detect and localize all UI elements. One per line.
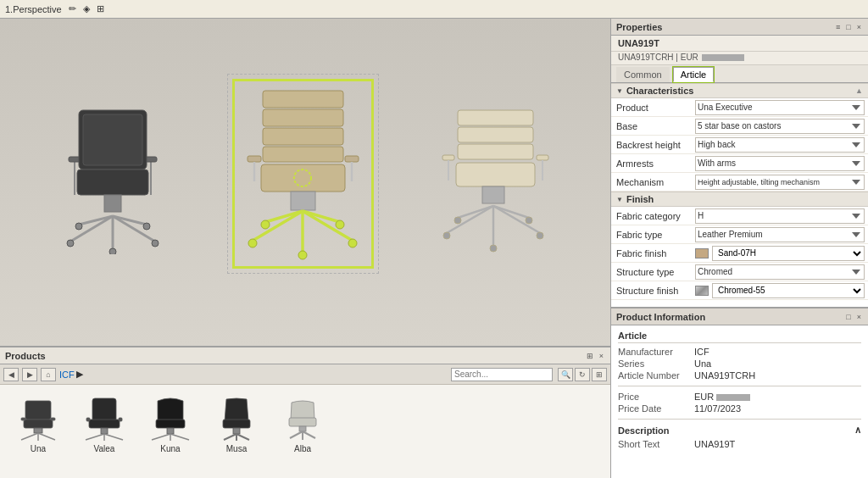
description-label: Description xyxy=(618,425,670,436)
svg-point-51 xyxy=(537,232,543,239)
svg-rect-66 xyxy=(119,418,122,421)
product-select[interactable]: Una Executive xyxy=(695,100,865,115)
svg-rect-3 xyxy=(83,114,142,165)
prop-row-base: Base 5 star base on castors xyxy=(611,117,868,136)
product-item-musa[interactable]: Musa xyxy=(207,392,266,453)
info-row-price: Price EUR xyxy=(618,392,861,402)
base-select[interactable]: 5 star base on castors xyxy=(695,119,865,134)
fabric-finish-select[interactable]: Sand-07H xyxy=(712,246,865,261)
svg-rect-19 xyxy=(263,91,343,108)
svg-rect-44 xyxy=(482,186,504,203)
tab-article[interactable]: Article xyxy=(673,67,715,82)
prop-label-backrest: Backrest height xyxy=(611,140,692,150)
svg-line-46 xyxy=(493,206,540,233)
info-label-manufacturer: Manufacturer xyxy=(618,347,694,357)
svg-point-50 xyxy=(443,232,450,239)
product-item-valea[interactable]: Valea xyxy=(75,392,134,453)
prop-value-fabric-type[interactable]: Leather Premium xyxy=(692,227,868,242)
prop-row-backrest: Backrest height High back xyxy=(611,136,868,154)
products-refresh-btn[interactable]: ↻ xyxy=(575,368,590,381)
prop-value-mechanism[interactable]: Height adjustable, tilting mechanism xyxy=(692,175,868,190)
armrests-select[interactable]: With arms xyxy=(695,156,865,171)
nav-back-btn[interactable]: ◀ xyxy=(3,368,19,381)
svg-rect-71 xyxy=(156,420,185,428)
prop-value-fabric-finish[interactable]: Sand-07H xyxy=(692,246,868,261)
breadcrumb-item[interactable]: ICF xyxy=(59,370,75,380)
properties-pin-btn[interactable]: □ xyxy=(844,23,852,31)
musa-thumbnail xyxy=(211,394,262,441)
backrest-select[interactable]: High back xyxy=(695,137,865,153)
products-grid-btn[interactable]: ⊞ xyxy=(592,368,607,381)
selected-chair-wrapper xyxy=(232,79,374,269)
svg-line-60 xyxy=(21,433,38,440)
chair-left[interactable] xyxy=(53,93,172,254)
products-panel: Products ⊞ × ◀ ▶ ⌂ ICF ▶ 🔍 ↻ ⊞ xyxy=(0,347,610,478)
description-collapse-icon[interactable]: ∧ xyxy=(854,425,861,436)
fabric-category-select[interactable]: H xyxy=(695,208,865,224)
viewport-topbar: 1.Perspective ✏ ◈ ⊞ xyxy=(0,0,868,19)
prop-value-product[interactable]: Una Executive xyxy=(692,100,868,115)
tab-common[interactable]: Common xyxy=(616,67,670,82)
chair-right[interactable] xyxy=(434,89,557,258)
prop-value-base[interactable]: 5 star base on castors xyxy=(692,119,868,134)
chair-right-svg xyxy=(434,89,557,258)
svg-rect-40 xyxy=(458,110,533,125)
viewport-content xyxy=(0,19,610,329)
info-value-article-number: UNA919TCRH xyxy=(694,370,755,381)
prop-value-armrests[interactable]: With arms xyxy=(692,156,868,171)
prop-row-fabric-finish: Fabric finish Sand-07H xyxy=(611,244,868,263)
nav-home-btn[interactable]: ⌂ xyxy=(41,368,56,381)
mechanism-select[interactable]: Height adjustable, tilting mechanism xyxy=(695,175,865,190)
svg-rect-82 xyxy=(299,426,306,431)
prop-label-product: Product xyxy=(611,103,692,113)
prop-label-armrests: Armrests xyxy=(611,158,692,169)
product-info-titlebar: Product Information □ × xyxy=(611,308,868,325)
product-item-alba[interactable]: Alba xyxy=(273,392,332,453)
model-sub-text: UNA919TCRH | EUR xyxy=(618,53,698,62)
info-label-article-number: Article Number xyxy=(618,370,694,381)
products-close-btn[interactable]: × xyxy=(598,352,605,360)
svg-rect-65 xyxy=(86,418,90,421)
svg-line-78 xyxy=(224,434,236,440)
products-pin-btn[interactable]: ⊞ xyxy=(585,352,595,360)
product-item-kuna[interactable]: Kuna xyxy=(141,392,200,453)
product-info-close-btn[interactable]: × xyxy=(855,313,863,321)
viewport-3d[interactable] xyxy=(0,19,610,347)
svg-point-31 xyxy=(348,239,357,247)
products-search-input[interactable] xyxy=(451,368,553,381)
prop-value-structure-finish[interactable]: Chromed-55 xyxy=(692,283,868,298)
prop-value-structure-type[interactable]: Chromed xyxy=(692,264,868,280)
chair-center-container[interactable] xyxy=(227,74,379,274)
prop-row-product: Product Una Executive xyxy=(611,98,868,117)
structure-finish-select[interactable]: Chromed-55 xyxy=(712,283,865,298)
svg-rect-5 xyxy=(104,195,121,212)
svg-point-32 xyxy=(298,251,307,259)
product-info-pin-btn[interactable]: □ xyxy=(844,313,852,321)
prop-row-armrests: Armrests With arms xyxy=(611,154,868,173)
structure-type-select[interactable]: Chromed xyxy=(695,264,865,280)
svg-rect-64 xyxy=(89,420,120,428)
svg-point-11 xyxy=(67,240,74,247)
product-thumb-una xyxy=(9,392,67,442)
description-header: Description ∧ xyxy=(618,425,861,436)
info-row-series: Series Una xyxy=(618,358,861,369)
fabric-type-select[interactable]: Leather Premium xyxy=(695,227,865,242)
product-info-buttons: □ × xyxy=(844,313,863,321)
product-thumb-alba xyxy=(274,392,331,442)
finish-triangle: ▼ xyxy=(616,196,623,203)
prop-value-fabric-category[interactable]: H xyxy=(692,208,868,224)
svg-rect-4 xyxy=(77,170,148,195)
svg-rect-23 xyxy=(261,164,345,192)
properties-close-btn[interactable]: × xyxy=(855,23,863,31)
products-grid: Una xyxy=(0,385,610,460)
svg-line-26 xyxy=(303,211,353,241)
prop-value-backrest[interactable]: High back xyxy=(692,137,868,153)
prop-label-fabric-category: Fabric category xyxy=(611,211,692,221)
search-btn[interactable]: 🔍 xyxy=(558,368,573,381)
prop-label-structure-type: Structure type xyxy=(611,267,692,277)
nav-forward-btn[interactable]: ▶ xyxy=(22,368,37,381)
product-item-una[interactable]: Una xyxy=(8,392,68,453)
product-thumb-kuna xyxy=(142,392,199,442)
properties-menu-btn[interactable]: ≡ xyxy=(834,23,842,31)
svg-point-53 xyxy=(454,217,461,224)
